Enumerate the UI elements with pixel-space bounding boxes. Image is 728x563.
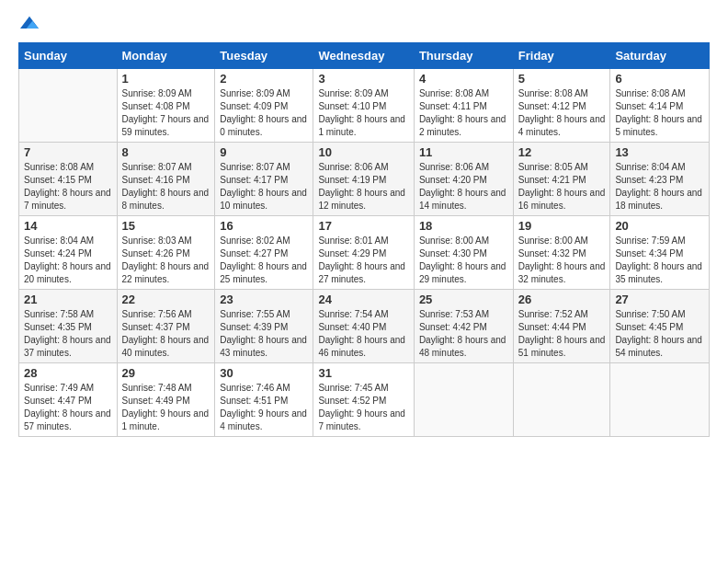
calendar-cell: 26Sunrise: 7:52 AM Sunset: 4:44 PM Dayli…	[513, 290, 610, 363]
calendar-cell: 2Sunrise: 8:09 AM Sunset: 4:09 PM Daylig…	[215, 69, 313, 143]
weekday-header-sunday: Sunday	[19, 43, 118, 69]
day-info: Sunrise: 8:00 AM Sunset: 4:32 PM Dayligh…	[518, 235, 606, 286]
day-number: 30	[220, 366, 308, 380]
day-info: Sunrise: 7:46 AM Sunset: 4:51 PM Dayligh…	[220, 382, 308, 433]
calendar-cell: 22Sunrise: 7:56 AM Sunset: 4:37 PM Dayli…	[117, 290, 215, 363]
day-info: Sunrise: 7:45 AM Sunset: 4:52 PM Dayligh…	[318, 382, 408, 433]
day-number: 24	[318, 293, 408, 306]
calendar-cell: 7Sunrise: 8:08 AM Sunset: 4:15 PM Daylig…	[19, 143, 118, 216]
calendar-cell: 20Sunrise: 7:59 AM Sunset: 4:34 PM Dayli…	[610, 216, 710, 290]
day-number: 11	[419, 145, 508, 159]
day-info: Sunrise: 7:49 AM Sunset: 4:47 PM Dayligh…	[24, 382, 112, 433]
calendar-cell: 21Sunrise: 7:58 AM Sunset: 4:35 PM Dayli…	[19, 290, 118, 363]
day-number: 9	[220, 145, 308, 159]
day-number: 27	[615, 293, 704, 306]
calendar-cell: 30Sunrise: 7:46 AM Sunset: 4:51 PM Dayli…	[215, 363, 313, 437]
day-info: Sunrise: 8:08 AM Sunset: 4:14 PM Dayligh…	[615, 87, 704, 139]
day-info: Sunrise: 7:50 AM Sunset: 4:45 PM Dayligh…	[615, 308, 704, 360]
day-number: 31	[318, 366, 408, 380]
day-number: 7	[24, 145, 112, 159]
day-number: 20	[615, 219, 704, 233]
day-info: Sunrise: 8:09 AM Sunset: 4:09 PM Dayligh…	[220, 87, 308, 139]
calendar-cell: 24Sunrise: 7:54 AM Sunset: 4:40 PM Dayli…	[313, 290, 414, 363]
day-number: 10	[318, 145, 408, 159]
day-info: Sunrise: 8:08 AM Sunset: 4:11 PM Dayligh…	[419, 87, 508, 139]
calendar-cell: 18Sunrise: 8:00 AM Sunset: 4:30 PM Dayli…	[414, 216, 513, 290]
day-info: Sunrise: 7:56 AM Sunset: 4:37 PM Dayligh…	[122, 308, 210, 360]
weekday-header-friday: Friday	[513, 43, 610, 69]
day-number: 29	[122, 366, 210, 380]
day-info: Sunrise: 8:07 AM Sunset: 4:16 PM Dayligh…	[122, 161, 210, 213]
day-number: 26	[518, 293, 606, 306]
day-info: Sunrise: 8:08 AM Sunset: 4:15 PM Dayligh…	[24, 161, 112, 213]
day-info: Sunrise: 7:55 AM Sunset: 4:39 PM Dayligh…	[220, 308, 308, 360]
weekday-header-monday: Monday	[117, 43, 215, 69]
day-info: Sunrise: 8:00 AM Sunset: 4:30 PM Dayligh…	[419, 235, 508, 286]
calendar-week-1: 1Sunrise: 8:09 AM Sunset: 4:08 PM Daylig…	[19, 69, 710, 143]
day-number: 5	[518, 72, 606, 86]
day-number: 2	[220, 72, 308, 86]
calendar-cell: 6Sunrise: 8:08 AM Sunset: 4:14 PM Daylig…	[610, 69, 710, 143]
calendar-cell: 28Sunrise: 7:49 AM Sunset: 4:47 PM Dayli…	[19, 363, 118, 437]
calendar-cell: 13Sunrise: 8:04 AM Sunset: 4:23 PM Dayli…	[610, 143, 710, 216]
logo-icon	[18, 15, 40, 33]
day-info: Sunrise: 8:08 AM Sunset: 4:12 PM Dayligh…	[518, 87, 606, 139]
calendar-week-2: 7Sunrise: 8:08 AM Sunset: 4:15 PM Daylig…	[19, 143, 710, 216]
day-info: Sunrise: 8:04 AM Sunset: 4:24 PM Dayligh…	[24, 235, 112, 286]
calendar-week-5: 28Sunrise: 7:49 AM Sunset: 4:47 PM Dayli…	[19, 363, 710, 437]
calendar-cell	[414, 363, 513, 437]
calendar-cell: 17Sunrise: 8:01 AM Sunset: 4:29 PM Dayli…	[313, 216, 414, 290]
day-number: 17	[318, 219, 408, 233]
day-number: 23	[220, 293, 308, 306]
calendar-week-4: 21Sunrise: 7:58 AM Sunset: 4:35 PM Dayli…	[19, 290, 710, 363]
calendar-cell	[19, 69, 118, 143]
day-info: Sunrise: 8:07 AM Sunset: 4:17 PM Dayligh…	[220, 161, 308, 213]
day-info: Sunrise: 8:05 AM Sunset: 4:21 PM Dayligh…	[518, 161, 606, 213]
calendar-cell: 29Sunrise: 7:48 AM Sunset: 4:49 PM Dayli…	[117, 363, 215, 437]
day-info: Sunrise: 7:53 AM Sunset: 4:42 PM Dayligh…	[419, 308, 508, 360]
calendar-cell: 8Sunrise: 8:07 AM Sunset: 4:16 PM Daylig…	[117, 143, 215, 216]
header	[18, 15, 710, 33]
weekday-header-tuesday: Tuesday	[215, 43, 313, 69]
calendar-cell: 10Sunrise: 8:06 AM Sunset: 4:19 PM Dayli…	[313, 143, 414, 216]
day-info: Sunrise: 8:09 AM Sunset: 4:08 PM Dayligh…	[122, 87, 210, 139]
day-info: Sunrise: 7:48 AM Sunset: 4:49 PM Dayligh…	[122, 382, 210, 433]
day-number: 21	[24, 293, 112, 306]
day-info: Sunrise: 8:04 AM Sunset: 4:23 PM Dayligh…	[615, 161, 704, 213]
day-number: 1	[122, 72, 210, 86]
day-number: 6	[615, 72, 704, 86]
weekday-header-saturday: Saturday	[610, 43, 710, 69]
calendar-week-3: 14Sunrise: 8:04 AM Sunset: 4:24 PM Dayli…	[19, 216, 710, 290]
day-info: Sunrise: 8:06 AM Sunset: 4:20 PM Dayligh…	[419, 161, 508, 213]
calendar-cell: 27Sunrise: 7:50 AM Sunset: 4:45 PM Dayli…	[610, 290, 710, 363]
day-info: Sunrise: 8:09 AM Sunset: 4:10 PM Dayligh…	[318, 87, 408, 139]
day-number: 18	[419, 219, 508, 233]
weekday-header-row: SundayMondayTuesdayWednesdayThursdayFrid…	[19, 43, 710, 69]
day-info: Sunrise: 8:02 AM Sunset: 4:27 PM Dayligh…	[220, 235, 308, 286]
day-info: Sunrise: 8:06 AM Sunset: 4:19 PM Dayligh…	[318, 161, 408, 213]
day-info: Sunrise: 8:01 AM Sunset: 4:29 PM Dayligh…	[318, 235, 408, 286]
calendar-cell: 1Sunrise: 8:09 AM Sunset: 4:08 PM Daylig…	[117, 69, 215, 143]
day-info: Sunrise: 7:52 AM Sunset: 4:44 PM Dayligh…	[518, 308, 606, 360]
day-info: Sunrise: 8:03 AM Sunset: 4:26 PM Dayligh…	[122, 235, 210, 286]
day-number: 13	[615, 145, 704, 159]
day-number: 19	[518, 219, 606, 233]
calendar: SundayMondayTuesdayWednesdayThursdayFrid…	[18, 42, 710, 437]
calendar-cell: 31Sunrise: 7:45 AM Sunset: 4:52 PM Dayli…	[313, 363, 414, 437]
calendar-cell: 25Sunrise: 7:53 AM Sunset: 4:42 PM Dayli…	[414, 290, 513, 363]
calendar-cell: 9Sunrise: 8:07 AM Sunset: 4:17 PM Daylig…	[215, 143, 313, 216]
logo	[18, 15, 44, 33]
calendar-cell: 11Sunrise: 8:06 AM Sunset: 4:20 PM Dayli…	[414, 143, 513, 216]
day-info: Sunrise: 7:59 AM Sunset: 4:34 PM Dayligh…	[615, 235, 704, 286]
calendar-cell: 23Sunrise: 7:55 AM Sunset: 4:39 PM Dayli…	[215, 290, 313, 363]
calendar-cell: 5Sunrise: 8:08 AM Sunset: 4:12 PM Daylig…	[513, 69, 610, 143]
calendar-cell	[513, 363, 610, 437]
day-number: 3	[318, 72, 408, 86]
calendar-cell: 15Sunrise: 8:03 AM Sunset: 4:26 PM Dayli…	[117, 216, 215, 290]
day-number: 8	[122, 145, 210, 159]
day-info: Sunrise: 7:54 AM Sunset: 4:40 PM Dayligh…	[318, 308, 408, 360]
calendar-cell	[610, 363, 710, 437]
calendar-cell: 16Sunrise: 8:02 AM Sunset: 4:27 PM Dayli…	[215, 216, 313, 290]
day-number: 12	[518, 145, 606, 159]
calendar-cell: 3Sunrise: 8:09 AM Sunset: 4:10 PM Daylig…	[313, 69, 414, 143]
